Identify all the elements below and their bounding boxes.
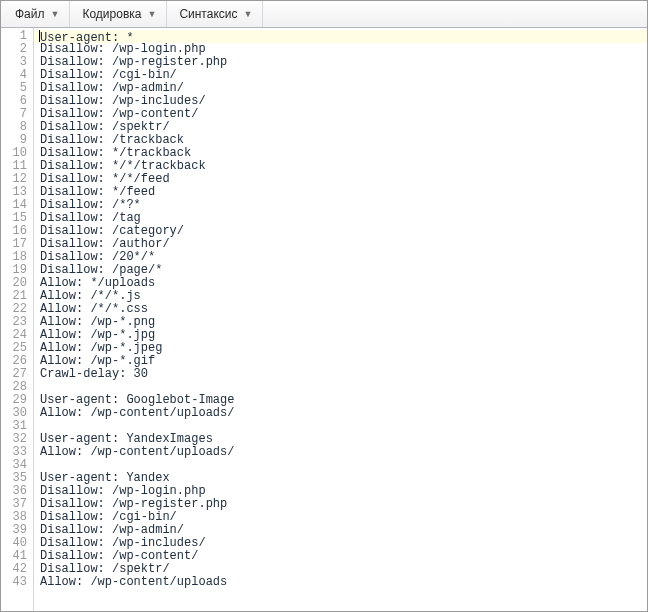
line-number-gutter: 1234567891011121314151617181920212223242… bbox=[1, 28, 34, 611]
menu-encoding-label: Кодировка bbox=[82, 7, 141, 21]
line-number: 6 bbox=[1, 95, 33, 108]
line-number: 5 bbox=[1, 82, 33, 95]
text-caret bbox=[39, 30, 40, 42]
line-number: 7 bbox=[1, 108, 33, 121]
line-number: 1 bbox=[1, 30, 33, 43]
chevron-down-icon: ▼ bbox=[147, 9, 156, 19]
chevron-down-icon: ▼ bbox=[51, 9, 60, 19]
code-content[interactable]: User-agent: *Disallow: /wp-login.phpDisa… bbox=[34, 28, 647, 611]
editor-window: Файл ▼ Кодировка ▼ Синтаксис ▼ 123456789… bbox=[0, 0, 648, 612]
code-line[interactable]: Crawl-delay: 30 bbox=[40, 368, 647, 381]
menu-syntax-label: Синтаксис bbox=[179, 7, 237, 21]
chevron-down-icon: ▼ bbox=[244, 9, 253, 19]
code-line[interactable]: Allow: /wp-content/uploads bbox=[40, 576, 647, 589]
menu-encoding[interactable]: Кодировка ▼ bbox=[70, 1, 167, 27]
code-line[interactable]: Allow: /wp-content/uploads/ bbox=[40, 446, 647, 459]
line-number: 2 bbox=[1, 43, 33, 56]
line-number: 8 bbox=[1, 121, 33, 134]
menubar: Файл ▼ Кодировка ▼ Синтаксис ▼ bbox=[1, 1, 647, 28]
code-editor[interactable]: 1234567891011121314151617181920212223242… bbox=[1, 28, 647, 611]
code-line[interactable]: Allow: /wp-content/uploads/ bbox=[40, 407, 647, 420]
menu-syntax[interactable]: Синтаксис ▼ bbox=[167, 1, 263, 27]
line-number: 43 bbox=[1, 576, 33, 589]
line-number: 3 bbox=[1, 56, 33, 69]
line-number: 4 bbox=[1, 69, 33, 82]
menu-file[interactable]: Файл ▼ bbox=[3, 1, 70, 27]
menu-file-label: Файл bbox=[15, 7, 45, 21]
